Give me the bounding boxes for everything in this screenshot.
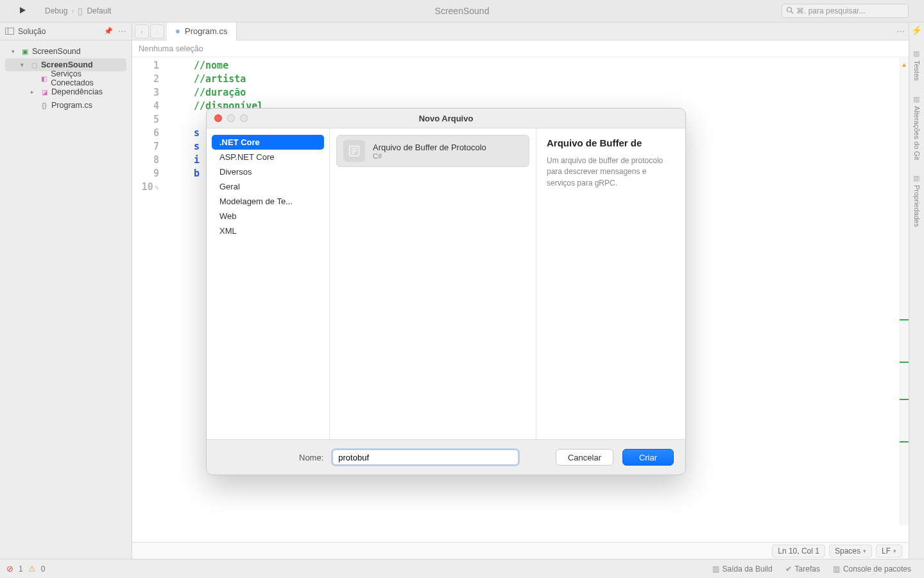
dependencies-icon: ◪ [40,89,49,96]
search-placeholder: ⌘. para pesquisar... [796,6,865,15]
panel-tab-tasks[interactable]: ✔ Tarefas [779,565,826,574]
category-item[interactable]: Geral [212,179,324,194]
services-icon: ◧ [40,75,49,82]
run-config-crumbs[interactable]: Debug › ▯ Default [45,6,111,16]
csharp-file-icon: {} [40,101,49,109]
bolt-icon[interactable]: ⚡ [911,25,922,35]
chevron-down-icon: ▾ [893,548,896,554]
new-file-dialog: Novo Arquivo .NET CoreASP.NET CoreDivers… [206,108,686,475]
maximize-window-button[interactable] [240,114,248,122]
description-body: Um arquivo de buffer de protocolo para d… [547,155,675,189]
document-icon: ▯ [78,6,83,16]
cursor-position[interactable]: Ln 10, Col 1 [772,545,825,557]
titlebar: Debug › ▯ Default ScreenSound ⌘. para pe… [0,0,924,22]
cancel-button[interactable]: Cancelar [556,449,613,466]
rail-tab-tests[interactable]: ▥ Testes [912,49,921,81]
category-item[interactable]: Modelagem de Te... [212,194,324,209]
check-icon: ✔ [785,565,792,574]
line-endings-selector[interactable]: LF ▾ [876,545,902,557]
close-window-button[interactable] [214,114,222,122]
category-item[interactable]: .NET Core [212,135,324,150]
solution-tree: ▾ ▣ ScreenSound ▾ ▢ ScreenSound ◧ Serviç… [0,40,132,116]
panel-label: Saída da Build [723,565,773,574]
tree-dependencies[interactable]: ▸ ◪ Dependências [5,85,126,98]
run-icon[interactable] [18,6,27,17]
chevron-down-icon[interactable]: ▾ [12,48,18,55]
indent-label: Spaces [835,547,860,556]
template-list: Arquivo de Buffer de Protocolo C# [330,128,536,439]
rail-tab-git[interactable]: ▥ Alterações do Git [912,95,921,160]
chevron-right-icon: › [71,6,74,15]
tree-label: ScreenSound [32,47,81,56]
error-icon: ⊘ [6,564,13,574]
cursor-position-label: Ln 10, Col 1 [778,547,819,556]
rail-label: Alterações do Git [913,106,921,160]
tab-strip: ‹ › Program.cs ⋯ [132,22,909,40]
category-item[interactable]: Web [212,209,324,223]
panel-icon: ▥ [833,565,840,574]
line-endings-label: LF [882,547,891,556]
window-controls [214,114,248,122]
solution-icon: ▣ [21,48,30,56]
chevron-right-icon[interactable]: ▸ [31,89,37,95]
panel-icon: ▥ [712,565,719,574]
editor-breadcrumb[interactable]: Nenhuma seleção [132,40,909,57]
search-icon [786,6,794,16]
dialog-footer: Nome: Cancelar Criar [207,440,685,475]
warning-marker-icon: ▲ [901,61,907,68]
more-icon[interactable]: ⋯ [118,26,126,36]
svg-line-1 [791,12,793,13]
nav-back-button[interactable]: ‹ [135,24,149,39]
dialog-titlebar: Novo Arquivo [207,109,685,128]
category-item[interactable]: Diversos [212,164,324,179]
diagnostics[interactable]: ⊘ 1 ⚠ 0 [6,564,45,574]
editor-tab-program[interactable]: Program.cs [167,22,237,40]
name-label: Nome: [299,453,323,462]
panel-icon: ▥ [912,174,921,182]
project-icon: ▢ [30,62,38,69]
sidebar-header: Solução 📌 ⋯ [0,22,132,40]
dialog-body: .NET CoreASP.NET CoreDiversosGeralModela… [207,128,685,440]
tree-file-program[interactable]: {} Program.cs [5,99,126,112]
warning-count: 0 [41,565,46,574]
description-heading: Arquivo de Buffer de [547,137,675,149]
tree-label: Dependências [51,87,103,96]
panel-icon: ▥ [912,95,921,103]
minimize-window-button[interactable] [227,114,235,122]
dirty-indicator-icon [176,30,180,33]
global-search[interactable]: ⌘. para pesquisar... [782,4,909,18]
category-list: .NET CoreASP.NET CoreDiversosGeralModela… [207,128,330,439]
category-item[interactable]: XML [212,223,324,238]
solution-sidebar: Solução 📌 ⋯ ▾ ▣ ScreenSound ▾ ▢ ScreenSo… [0,22,132,559]
file-name-input[interactable] [332,450,518,465]
panel-tab-packages[interactable]: ▥ Console de pacotes [826,565,918,574]
template-icon [343,140,365,162]
svg-point-0 [787,7,792,12]
nav-forward-button[interactable]: › [150,24,164,39]
rail-label: Propriedades [913,185,921,227]
panel-icon: ▥ [912,49,921,58]
panel-tab-build[interactable]: ▥ Saída da Build [706,565,779,574]
sidebar-title: Solução [18,27,46,36]
template-subtitle: C# [373,152,486,160]
indent-selector[interactable]: Spaces ▾ [829,545,872,557]
panel-label: Console de pacotes [843,565,911,574]
window-title: ScreenSound [435,6,490,16]
editor-status-bar: Ln 10, Col 1 Spaces ▾ LF ▾ [132,542,909,559]
tab-overflow-button[interactable]: ⋯ [893,22,909,40]
category-item[interactable]: ASP.NET Core [212,150,324,164]
tree-solution[interactable]: ▾ ▣ ScreenSound [5,45,126,58]
pin-icon[interactable]: 📌 [104,27,113,35]
tree-connected-services[interactable]: ◧ Serviços Conectados [5,72,126,85]
template-title: Arquivo de Buffer de Protocolo [373,143,486,152]
chevron-down-icon[interactable]: ▾ [21,62,27,68]
template-description: Arquivo de Buffer de Um arquivo de buffe… [536,128,685,439]
rail-label: Testes [913,60,921,81]
run-config-label: Debug [45,6,67,15]
rail-tab-properties[interactable]: ▥ Propriedades [912,174,921,227]
chevron-down-icon: ▾ [863,548,866,554]
template-item-protobuf[interactable]: Arquivo de Buffer de Protocolo C# [336,135,529,167]
right-rail: ⚡ ▥ Testes ▥ Alterações do Git ▥ Proprie… [909,22,924,559]
warning-icon: ⚠ [28,564,36,574]
create-button[interactable]: Criar [622,449,674,466]
